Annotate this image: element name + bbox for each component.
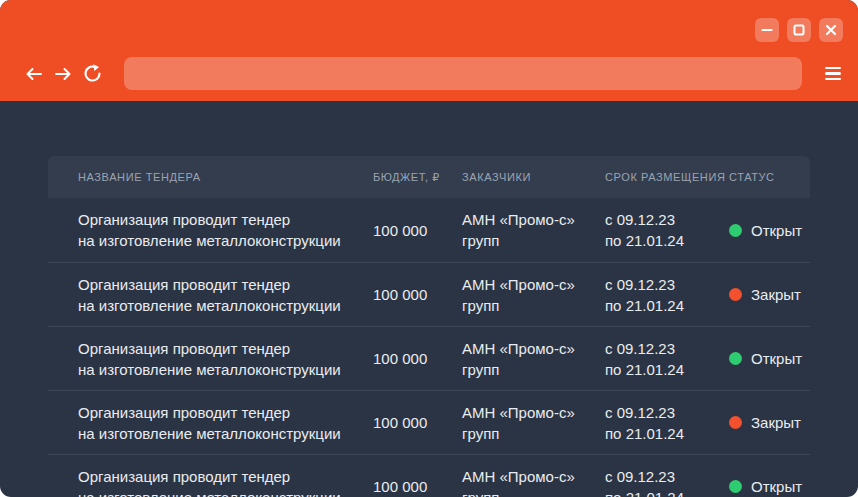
maximize-button[interactable] (787, 18, 811, 42)
circular-arrow-icon (82, 63, 103, 84)
tender-name-cell: Организация проводит тендер на изготовле… (78, 338, 373, 380)
forward-button[interactable] (54, 64, 72, 84)
tender-name-cell: Организация проводит тендер на изготовле… (78, 274, 373, 316)
column-header-period: Срок размещения (605, 171, 729, 183)
status-cell: Открыт (729, 220, 810, 241)
arrow-left-icon (25, 67, 43, 81)
table-header: Название тендера Бюджет, ₽ Заказчики Сро… (48, 156, 810, 198)
budget-cell: 100 000 (373, 348, 462, 369)
status-dot-icon (729, 480, 742, 493)
status-label: Открыт (751, 220, 802, 241)
reload-button[interactable] (82, 64, 103, 84)
browser-chrome (0, 0, 858, 101)
menu-button[interactable] (825, 67, 841, 81)
column-header-budget: Бюджет, ₽ (373, 171, 462, 184)
status-cell: Открыт (729, 476, 810, 497)
table-row[interactable]: Организация проводит тендер на изготовле… (48, 262, 810, 326)
hamburger-icon (825, 67, 841, 70)
back-button[interactable] (25, 64, 43, 84)
status-label: Открыт (751, 348, 802, 369)
tenders-table: Название тендера Бюджет, ₽ Заказчики Сро… (48, 156, 810, 497)
page-content: Название тендера Бюджет, ₽ Заказчики Сро… (0, 101, 858, 497)
titlebar[interactable] (15, 18, 843, 42)
customer-cell: АМН «Промо-с» групп (462, 209, 605, 251)
address-bar-input[interactable] (124, 57, 802, 90)
status-dot-icon (729, 224, 742, 237)
table-row[interactable]: Организация проводит тендер на изготовле… (48, 390, 810, 454)
minimize-button[interactable] (755, 18, 779, 42)
close-button[interactable] (819, 18, 843, 42)
column-header-status: Статус (729, 171, 810, 183)
period-cell: с 09.12.23 по 21.01.24 (605, 209, 729, 251)
customer-cell: АМН «Промо-с» групп (462, 466, 605, 497)
status-label: Закрыт (751, 412, 801, 433)
customer-cell: АМН «Промо-с» групп (462, 402, 605, 444)
period-cell: с 09.12.23 по 21.01.24 (605, 402, 729, 444)
column-header-tender-name: Название тендера (78, 171, 373, 183)
column-header-customers: Заказчики (462, 171, 605, 183)
budget-cell: 100 000 (373, 220, 462, 241)
table-row[interactable]: Организация проводит тендер на изготовле… (48, 454, 810, 497)
period-cell: с 09.12.23 по 21.01.24 (605, 274, 729, 316)
status-label: Закрыт (751, 284, 801, 305)
status-cell: Закрыт (729, 284, 810, 305)
tender-name-cell: Организация проводит тендер на изготовле… (78, 466, 373, 497)
x-icon (825, 24, 837, 36)
square-icon (793, 24, 805, 36)
tender-name-cell: Организация проводит тендер на изготовле… (78, 402, 373, 444)
status-cell: Закрыт (729, 412, 810, 433)
table-body: Организация проводит тендер на изготовле… (48, 198, 810, 497)
budget-cell: 100 000 (373, 412, 462, 433)
arrow-right-icon (54, 67, 72, 81)
customer-cell: АМН «Промо-с» групп (462, 274, 605, 316)
customer-cell: АМН «Промо-с» групп (462, 338, 605, 380)
browser-window: Название тендера Бюджет, ₽ Заказчики Сро… (0, 0, 858, 497)
status-dot-icon (729, 288, 742, 301)
status-dot-icon (729, 416, 742, 429)
status-dot-icon (729, 352, 742, 365)
status-cell: Открыт (729, 348, 810, 369)
table-row[interactable]: Организация проводит тендер на изготовле… (48, 326, 810, 390)
browser-toolbar (15, 57, 843, 90)
period-cell: с 09.12.23 по 21.01.24 (605, 338, 729, 380)
period-cell: с 09.12.23 по 21.01.24 (605, 466, 729, 497)
minus-icon (761, 24, 773, 36)
table-row[interactable]: Организация проводит тендер на изготовле… (48, 198, 810, 262)
budget-cell: 100 000 (373, 476, 462, 497)
status-label: Открыт (751, 476, 802, 497)
tender-name-cell: Организация проводит тендер на изготовле… (78, 209, 373, 251)
budget-cell: 100 000 (373, 284, 462, 305)
